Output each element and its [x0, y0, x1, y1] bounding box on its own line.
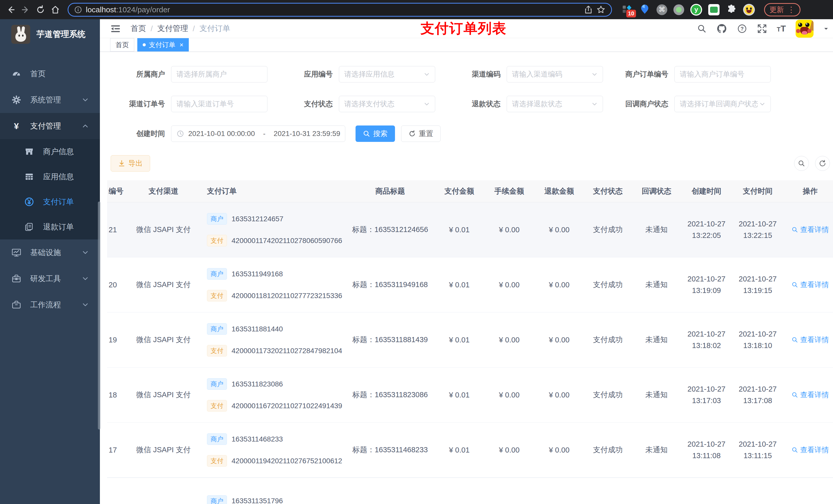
table-row[interactable]: 18 微信 JSAPI 支付 商户1635311823086 支付4200001… — [107, 367, 833, 423]
pay-order-no: 4200001181202110277723215336 — [232, 292, 342, 300]
cell-fee: ¥ 0.00 — [484, 391, 535, 399]
channel-code-field[interactable] — [512, 70, 590, 78]
vue-devtools-extension-icon[interactable]: y — [690, 4, 702, 16]
sidebar-item-app-info[interactable]: 应用信息 — [0, 164, 100, 189]
url-text[interactable]: localhost:1024/pay/order — [86, 5, 580, 14]
notify-status-field[interactable] — [680, 100, 758, 108]
export-button[interactable]: 导出 — [111, 155, 150, 172]
merchant-order-no-field[interactable] — [680, 70, 765, 78]
reload-icon[interactable] — [34, 4, 47, 16]
documents-icon — [24, 222, 34, 232]
view-detail-link[interactable]: 查看详情 — [791, 445, 829, 455]
search-icon[interactable] — [697, 24, 707, 33]
cmd-extension-icon[interactable]: ⌘ — [657, 4, 667, 15]
forward-icon[interactable] — [20, 4, 32, 16]
tab-manager-extension-icon[interactable]: 10 — [622, 4, 633, 15]
bookmark-star-icon[interactable] — [596, 5, 605, 14]
channel-order-no-input[interactable] — [171, 96, 267, 112]
table-row-partial[interactable]: 商户1635311351796 — [107, 478, 833, 504]
cell-refund: ¥ 0.00 — [535, 225, 584, 234]
cell-status: 支付成功 — [584, 335, 632, 345]
cell-actions: 查看详情 — [783, 225, 833, 235]
tab-pay-order[interactable]: 支付订单 × — [137, 38, 189, 51]
cell-title: 标题：1635312124656 — [345, 224, 435, 235]
date-end-value[interactable]: 2021-10-31 23:59:59 — [273, 129, 340, 138]
merchant-input[interactable] — [171, 66, 267, 82]
avatar-caret-icon[interactable] — [823, 26, 829, 31]
sidebar-item-merchant-info[interactable]: 商户信息 — [0, 139, 100, 164]
cell-channel: 微信 JSAPI 支付 — [127, 280, 199, 290]
table-row[interactable]: 21 微信 JSAPI 支付 商户1635312124657 支付4200001… — [107, 202, 833, 257]
user-avatar[interactable] — [795, 20, 813, 38]
col-header-pay-order: 支付订单 — [199, 186, 345, 196]
breadcrumb-home[interactable]: 首页 — [130, 23, 146, 34]
table-row[interactable]: 19 微信 JSAPI 支付 商户1635311881440 支付4200001… — [107, 312, 833, 367]
content-area: 所属商户 应用编号 渠道编码 — [100, 52, 833, 504]
app-id-select[interactable] — [339, 66, 435, 82]
balloon-extension-icon[interactable] — [639, 4, 650, 15]
view-detail-link[interactable]: 查看详情 — [791, 225, 829, 235]
reset-button[interactable]: 重置 — [401, 125, 441, 142]
breadcrumb-pay-manage[interactable]: 支付管理 — [157, 23, 188, 34]
close-tab-icon[interactable]: × — [180, 41, 184, 49]
col-header-channel: 支付渠道 — [127, 186, 199, 196]
table-row[interactable]: 20 微信 JSAPI 支付 商户1635311949168 支付4200001… — [107, 257, 833, 312]
collapse-sidebar-icon[interactable] — [110, 23, 121, 34]
home-icon[interactable] — [49, 4, 62, 16]
question-help-icon[interactable]: ? — [737, 24, 747, 34]
channel-order-no-field[interactable] — [176, 100, 262, 108]
site-info-icon[interactable] — [74, 6, 82, 14]
tab-home[interactable]: 首页 — [110, 38, 134, 51]
pay-status-field[interactable] — [344, 100, 422, 108]
view-detail-label: 查看详情 — [800, 280, 829, 290]
sidebar-item-home[interactable]: 首页 — [0, 61, 100, 87]
github-icon[interactable] — [716, 23, 727, 34]
view-detail-link[interactable]: 查看详情 — [791, 335, 829, 345]
refresh-table-icon[interactable] — [815, 156, 830, 171]
profile-avatar-icon[interactable] — [743, 4, 755, 16]
view-detail-link[interactable]: 查看详情 — [791, 390, 829, 400]
url-bar[interactable]: localhost:1024/pay/order — [68, 3, 612, 17]
sidebar-item-infra[interactable]: 基础设施 — [0, 239, 100, 266]
cell-channel: 微信 JSAPI 支付 — [127, 445, 199, 455]
refund-status-field[interactable] — [512, 100, 590, 108]
date-start-value[interactable]: 2021-10-01 00:00:00 — [188, 129, 255, 138]
table-row[interactable]: 17 微信 JSAPI 支付 商户1635311468233 支付4200001… — [107, 423, 833, 478]
sidebar-item-workflow[interactable]: 工作流程 — [0, 292, 100, 318]
app-id-select-field[interactable] — [344, 70, 422, 78]
sidebar-item-refund-order[interactable]: 退款订单 — [0, 214, 100, 239]
filter-channel-order-no: 渠道订单号 — [107, 96, 275, 112]
sidebar-scrollbar-thumb[interactable] — [98, 201, 100, 430]
refund-status-select[interactable] — [507, 96, 603, 112]
filter-channel-code: 渠道编码 — [443, 66, 611, 82]
update-button[interactable]: 更新 ⋮ — [764, 3, 801, 16]
font-size-icon[interactable]: TT — [777, 24, 786, 33]
view-detail-link[interactable]: 查看详情 — [791, 280, 829, 290]
channel-code-select[interactable] — [507, 66, 603, 82]
cell-amount: ¥ 0.01 — [435, 391, 484, 399]
chevron-up-icon — [82, 123, 89, 129]
merchant-order-no-input[interactable] — [674, 66, 771, 82]
share-icon[interactable] — [584, 5, 593, 14]
chat-extension-icon[interactable] — [708, 4, 719, 15]
cell-fee: ¥ 0.00 — [484, 446, 535, 454]
create-time-range-picker[interactable]: 2021-10-01 00:00:00 - 2021-10-31 23:59:5… — [171, 125, 345, 142]
pay-status-select[interactable] — [339, 96, 435, 112]
puzzle-extensions-icon[interactable] — [726, 4, 737, 15]
sidebar-item-pay-order[interactable]: 支付订单 — [0, 189, 100, 214]
dot-extension-icon[interactable] — [673, 4, 684, 15]
sidebar-item-devtools[interactable]: 研发工具 — [0, 266, 100, 292]
filter-label: 商户订单编号 — [611, 69, 674, 79]
show-search-toggle-icon[interactable] — [794, 156, 809, 171]
merchant-input-field[interactable] — [176, 70, 262, 78]
table-header-row: 编号 支付渠道 支付订单 商品标题 支付金额 手续金额 退款金额 支付状态 回调… — [107, 180, 833, 202]
filter-label: 渠道订单号 — [107, 99, 171, 109]
chrome-menu-dots-icon[interactable]: ⋮ — [787, 5, 795, 14]
fullscreen-icon[interactable] — [757, 24, 767, 34]
notify-status-select[interactable] — [674, 96, 771, 112]
back-icon[interactable] — [5, 4, 17, 16]
search-button[interactable]: 搜索 — [356, 125, 395, 142]
pay-order-no: 4200001174202110278060590766 — [232, 237, 342, 245]
sidebar-item-system[interactable]: 系统管理 — [0, 87, 100, 113]
sidebar-item-payment[interactable]: ¥ 支付管理 — [0, 113, 100, 139]
